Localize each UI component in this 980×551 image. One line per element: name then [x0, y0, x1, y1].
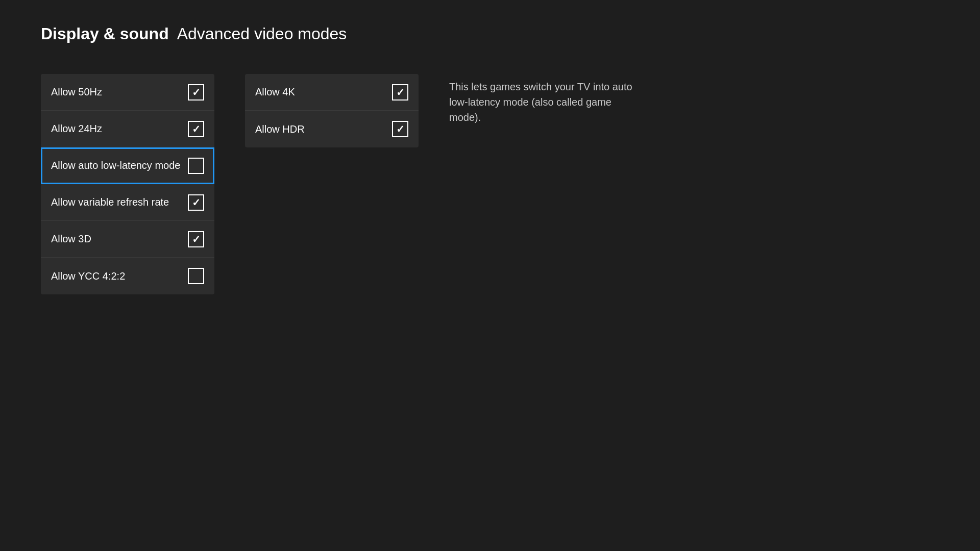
- label-allow-variable-refresh-rate: Allow variable refresh rate: [51, 196, 169, 208]
- header-title: Advanced video modes: [177, 24, 347, 43]
- label-allow-4k: Allow 4K: [255, 86, 295, 98]
- checkbox-allow-auto-low-latency[interactable]: [188, 158, 204, 174]
- setting-row-allow-ycc-422[interactable]: Allow YCC 4:2:2: [41, 258, 214, 294]
- label-allow-50hz: Allow 50Hz: [51, 86, 102, 98]
- checkbox-allow-4k[interactable]: [392, 84, 408, 101]
- label-allow-ycc-422: Allow YCC 4:2:2: [51, 270, 125, 282]
- page-header: Display & sound Advanced video modes: [0, 0, 980, 43]
- description-panel: This lets games switch your TV into auto…: [449, 74, 643, 125]
- header-section: Display & sound: [41, 24, 169, 43]
- checkbox-allow-hdr[interactable]: [392, 121, 408, 137]
- checkbox-allow-50hz[interactable]: [188, 84, 204, 101]
- setting-row-allow-4k[interactable]: Allow 4K: [245, 74, 419, 111]
- description-text: This lets games switch your TV into auto…: [449, 79, 643, 125]
- setting-row-allow-hdr[interactable]: Allow HDR: [245, 111, 419, 147]
- label-allow-24hz: Allow 24Hz: [51, 123, 102, 135]
- setting-row-allow-24hz[interactable]: Allow 24Hz: [41, 111, 214, 147]
- right-column: Allow 4KAllow HDR: [245, 74, 419, 147]
- checkbox-allow-variable-refresh-rate[interactable]: [188, 194, 204, 211]
- setting-row-allow-3d[interactable]: Allow 3D: [41, 221, 214, 258]
- label-allow-hdr: Allow HDR: [255, 123, 305, 135]
- setting-row-allow-50hz[interactable]: Allow 50Hz: [41, 74, 214, 111]
- main-content: Allow 50HzAllow 24HzAllow auto low-laten…: [0, 74, 980, 294]
- label-allow-auto-low-latency: Allow auto low-latency mode: [51, 160, 180, 171]
- left-column: Allow 50HzAllow 24HzAllow auto low-laten…: [41, 74, 214, 294]
- setting-row-allow-auto-low-latency[interactable]: Allow auto low-latency mode: [41, 147, 214, 184]
- checkbox-allow-3d[interactable]: [188, 231, 204, 247]
- checkbox-allow-ycc-422[interactable]: [188, 268, 204, 284]
- checkbox-allow-24hz[interactable]: [188, 121, 204, 137]
- setting-row-allow-variable-refresh-rate[interactable]: Allow variable refresh rate: [41, 184, 214, 221]
- label-allow-3d: Allow 3D: [51, 233, 91, 245]
